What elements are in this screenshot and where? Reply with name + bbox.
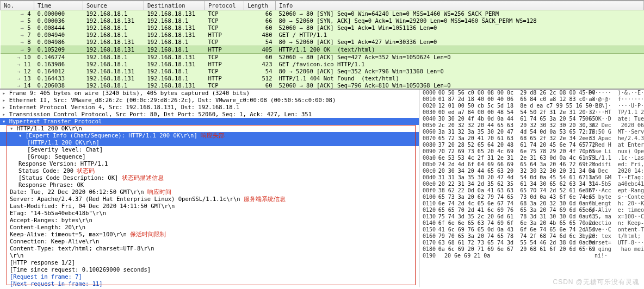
cell-len: 54 (244, 68, 276, 75)
packet-row[interactable]: 120.164012192.168.18.131192.168.18.1TCP5… (1, 68, 644, 75)
packet-row[interactable]: 90.105209192.168.18.131192.168.18.1HTTP4… (1, 46, 644, 54)
packet-row[interactable]: 130.164433192.168.18.131192.168.18.1HTTP… (1, 75, 644, 82)
hex-row[interactable]: 008037 20 28 52 65 64 20 48 61 74 20 45 … (419, 142, 644, 148)
detail-line[interactable]: Accept-Ranges: bytes\r\n (0, 217, 419, 224)
column-header[interactable]: Protocol (205, 1, 244, 10)
packet-row[interactable]: 110.163986192.168.18.1192.168.18.131HTTP… (1, 61, 644, 68)
hex-row[interactable]: 010065 73 3a 20 62 79 74 65 73 0d 0a 43 … (419, 194, 644, 200)
hex-row[interactable]: 01800a 6c 69 20 71 69 6e 67 20 68 61 6f … (419, 246, 644, 253)
hex-row[interactable]: 002012 01 00 50 cb 5c 5d 18 8e d ea c7 9… (419, 103, 644, 109)
hex-row[interactable]: 003000 ed a7 84 00 00 48 54 54 50 2f 31 … (419, 109, 644, 116)
column-header[interactable]: Destination (144, 1, 205, 10)
detail-line[interactable]: [Status Code Description: OK] 状态码描述信息 (0, 174, 419, 181)
hex-ascii: 04 Dec 2020 14: (585, 168, 644, 174)
cell-src: 192.168.18.1 (83, 82, 144, 89)
packet-row[interactable]: 40.000000192.168.18.1192.168.18.131TCP66… (1, 10, 644, 18)
detail-line[interactable]: [HTTP/1.1 200 OK\r\n] (0, 139, 419, 146)
cell-no: 5 (1, 24, 34, 32)
hex-row[interactable]: 00603a 31 32 3a 35 30 20 47 4d 54 0d 0a … (419, 129, 644, 135)
detail-line[interactable]: Status Code: 200 状态码 (0, 167, 419, 174)
cell-info: 52060 → 80 [ACK] Seq=796 Ack=810 Win=105… (276, 82, 644, 89)
hex-ascii: :12:50 G MT··Serv (585, 129, 644, 135)
hex-ascii: ·PV····· )·&,··E· (585, 90, 644, 96)
packet-details-pane[interactable]: Frame 9: 405 bytes on wire (3240 bits), … (0, 89, 419, 287)
hex-ascii: 00 OK··D ate: Tue (585, 116, 644, 122)
hex-offset: 0020 (423, 103, 438, 109)
detail-line[interactable]: [Severity level: Chat] (0, 146, 419, 153)
packet-table[interactable]: No.TimeSourceDestinationProtocolLengthIn… (0, 1, 644, 89)
detail-line[interactable]: [Next request in frame: 11] (0, 280, 419, 287)
detail-line[interactable]: \r\n (0, 252, 419, 259)
detail-line[interactable]: [HTTP response 1/2] (0, 259, 419, 266)
hex-row[interactable]: 007065 72 3a 20 41 70 61 63 68 65 2f 32 … (419, 135, 644, 142)
cell-dst: 192.168.18.131 (144, 10, 205, 18)
detail-line[interactable]: [Time since request: 0.100269000 seconds… (0, 266, 419, 273)
detail-line[interactable]: Date: Tue, 22 Dec 2020 06:12:50 GMT\r\n … (0, 189, 419, 196)
hex-ascii: , 22 Dec 2020 06 (585, 122, 644, 129)
hex-dump-pane[interactable]: 000000 50 56 c0 00 08 00 0c 29 d8 26 2c … (419, 89, 644, 287)
column-header[interactable]: Time (34, 1, 83, 10)
cell-time: 0.164433 (34, 75, 83, 82)
detail-line[interactable]: Ethernet II, Src: VMware_d8:26:2c (00:0c… (0, 97, 419, 104)
detail-line[interactable]: Server: Apache/2.4.37 (Red Hat Enterpris… (0, 196, 419, 203)
detail-line[interactable]: HTTP/1.1 200 OK\r\n (0, 125, 419, 132)
hex-row[interactable]: 017063 68 61 72 73 65 74 3d 55 54 46 2d … (419, 240, 644, 246)
hex-bytes: 30 30 20 4f 4b 0d 0a 44 61 74 65 3a 20 5… (438, 116, 585, 122)
hex-row[interactable]: 00502c 20 32 32 20 44 65 63 20 32 30 32 … (419, 122, 644, 129)
hex-row[interactable]: 00d031 31 3a 35 30 20 47 4d 54 0d 0a 45 … (419, 174, 644, 181)
detail-line[interactable]: Content-Type: text/html; charset=UTF-8\r… (0, 245, 419, 252)
detail-line[interactable]: Transmission Control Protocol, Src Port:… (0, 111, 419, 118)
hex-row[interactable]: 012065 65 70 2d 41 6c 69 76 65 3a 20 74 … (419, 207, 644, 213)
hex-row[interactable]: 00b074 2d 4d 6f 64 69 66 69 65 64 3a 20 … (419, 161, 644, 168)
column-header[interactable]: No. (1, 1, 34, 10)
hex-row[interactable]: 013075 74 3d 35 2c 20 6d 61 78 3d 31 30 … (419, 213, 644, 220)
hex-row[interactable]: 001001 87 2d 18 40 00 40 06 66 84 c0 a8 … (419, 96, 644, 103)
detail-line[interactable]: Frame 9: 405 bytes on wire (3240 bits), … (0, 90, 419, 97)
packet-list-pane[interactable]: No.TimeSourceDestinationProtocolLengthIn… (0, 0, 644, 89)
detail-line[interactable]: Response Version: HTTP/1.1 (0, 160, 419, 167)
detail-line[interactable]: [Group: Sequence] (0, 153, 419, 160)
hex-bytes: 63 68 61 72 73 65 74 3d 55 54 46 2d 38 0… (438, 240, 585, 246)
cell-info: 52060 → 80 [ACK] Seq=1 Ack=1 Win=1051136… (276, 24, 644, 32)
packet-row[interactable]: 70.004940192.168.18.1192.168.18.131HTTP4… (1, 32, 644, 39)
hex-row[interactable]: 00f038 62 22 0d 0a 41 63 63 65 70 74 2d … (419, 187, 644, 194)
column-header[interactable]: Length (244, 1, 276, 10)
detail-line[interactable]: [Expert Info (Chat/Sequence): HTTP/1.1 2… (0, 132, 419, 139)
hex-row[interactable]: 019020 6e 69 21 0a ni!· (419, 253, 644, 259)
hex-row[interactable]: 01406f 6e 6e 65 63 74 69 6f 6e 3a 20 4b … (419, 220, 644, 227)
detail-line[interactable]: Last-Modified: Fri, 04 Dec 2020 14:11:50… (0, 203, 419, 210)
detail-line[interactable]: Internet Protocol Version 4, Src: 192.16… (0, 104, 419, 111)
detail-line[interactable]: [Request in frame: 7] (0, 273, 419, 280)
hex-row[interactable]: 00c020 30 34 20 44 65 63 20 32 30 32 30 … (419, 168, 644, 174)
cell-time: 0.146774 (34, 54, 83, 61)
column-header[interactable]: Info (276, 1, 644, 10)
cell-src: 192.168.18.131 (83, 17, 144, 24)
hex-row[interactable]: 000000 50 56 c0 00 08 00 0c 29 d8 26 2c … (419, 90, 644, 96)
hex-row[interactable]: 01106e 74 2d 4c 65 6e 67 74 68 3a 20 32 … (419, 200, 644, 207)
packet-row[interactable]: 140.206038192.168.18.1192.168.18.131TCP6… (1, 82, 644, 89)
hex-row[interactable]: 004030 30 20 4f 4b 0d 0a 44 61 74 65 3a … (419, 116, 644, 122)
column-header[interactable]: Source (83, 1, 144, 10)
hex-row[interactable]: 009070 72 69 73 65 20 4c 69 6e 75 78 29 … (419, 148, 644, 155)
detail-line[interactable]: Keep-Alive: timeout=5, max=100\r\n 保活时间限… (0, 231, 419, 238)
hex-row[interactable]: 016079 70 65 3a 20 74 65 78 74 2f 68 74 … (419, 233, 644, 240)
detail-line[interactable]: Response Phrase: OK (0, 181, 419, 189)
detail-line[interactable]: Content-Length: 20\r\n (0, 224, 419, 231)
packet-row[interactable]: 50.008444192.168.18.1192.168.18.131TCP60… (1, 24, 644, 32)
hex-ascii: nt-Lengt h: 20··K (585, 200, 644, 207)
detail-line[interactable]: Connection: Keep-Alive\r\n (0, 238, 419, 245)
hex-row[interactable]: 00a06e 53 53 4c 2f 31 2e 31 2e 31 63 0d … (419, 155, 644, 161)
packet-row[interactable]: 100.146774192.168.18.1192.168.18.131TCP6… (1, 54, 644, 61)
hex-row[interactable]: 00e020 22 31 34 2d 35 62 35 61 34 30 65 … (419, 181, 644, 187)
cell-len: 60 (244, 82, 276, 89)
hex-offset: 0180 (423, 246, 438, 253)
packet-row[interactable]: 80.004986192.168.18.131192.168.18.1TCP54… (1, 39, 644, 46)
detail-line[interactable]: ETag: "14-5b5a40ebc418b"\r\n (0, 210, 419, 217)
hex-offset: 0030 (423, 109, 438, 116)
cell-proto: TCP (205, 24, 244, 32)
hex-row[interactable]: 015041 6c 69 76 65 0d 0a 43 6f 6e 74 65 … (419, 227, 644, 233)
cell-len: 512 (244, 75, 276, 82)
packet-row[interactable]: 50.000036192.168.18.131192.168.18.1TCP66… (1, 17, 644, 24)
detail-line[interactable]: Hypertext Transfer Protocol (0, 118, 419, 125)
cell-info: HTTP/1.1 200 OK (text/html) (276, 46, 644, 54)
